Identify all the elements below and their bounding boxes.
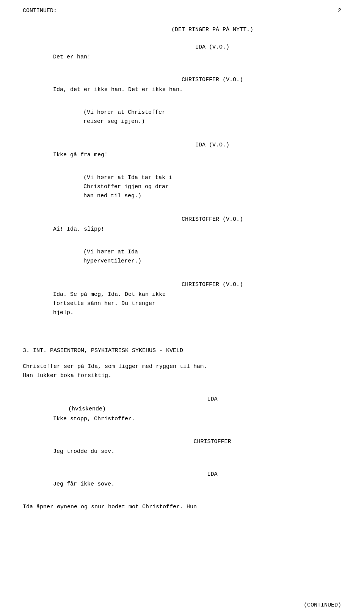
action-text-2: (Vi hører at Ida tar tak iChristoffer ig… [23, 173, 341, 201]
speaker-name-3: IDA (V.O.) [23, 141, 341, 150]
dialogue-8: Jeg får ikke sove. [23, 480, 341, 489]
action-block-4: Christoffer ser på Ida, som ligger med r… [23, 362, 341, 380]
dialogue-4: Ai! Ida, slipp! [23, 225, 341, 234]
action-block-5: Ida åpner øynene og snur hodet mot Chris… [23, 503, 341, 512]
action-centered-1: (Det ringer på på nytt.) [23, 25, 341, 35]
dialogue-2: Ida, det er ikke han. Det er ikke han. [23, 85, 341, 94]
speaker-block-4: CHRISTOFFER (V.O.) Ai! Ida, slipp! [23, 215, 341, 234]
speaker-name-4: CHRISTOFFER (V.O.) [23, 215, 341, 224]
script-content: (Det ringer på på nytt.) IDA (V.O.) Det … [23, 25, 341, 512]
speaker-block-7: CHRISTOFFER Jeg trodde du sov. [23, 437, 341, 456]
speaker-block-8: IDA Jeg får ikke sove. [23, 470, 341, 489]
speaker-block-1: IDA (V.O.) Det er han! [23, 43, 341, 62]
action-text-3: (Vi hører at Idahyperventilerer.) [23, 248, 341, 266]
parenthetical-1: (hviskende) [23, 405, 341, 414]
speaker-name-1: IDA (V.O.) [23, 43, 341, 52]
footer-continued: (CONTINUED) [304, 602, 341, 608]
speaker-name-5: CHRISTOFFER (V.O.) [23, 280, 341, 289]
dialogue-7: Jeg trodde du sov. [23, 447, 341, 456]
continued-label: CONTINUED: [23, 8, 57, 14]
speaker-name-6: IDA [23, 395, 341, 404]
speaker-block-6: IDA (hviskende) Ikke stopp, Christoffer. [23, 395, 341, 424]
action-text-4: Christoffer ser på Ida, som ligger med r… [23, 362, 341, 380]
speaker-block-5: CHRISTOFFER (V.O.) Ida. Se på meg, Ida. … [23, 280, 341, 317]
action-block-1: (Vi hører at Christofferreiser seg igjen… [23, 108, 341, 126]
action-text-5: Ida åpner øynene og snur hodet mot Chris… [23, 503, 341, 512]
page-number: 2 [338, 8, 341, 14]
speaker-block-2: CHRISTOFFER (V.O.) Ida, det er ikke han.… [23, 75, 341, 94]
action-block-2: (Vi hører at Ida tar tak iChristoffer ig… [23, 173, 341, 201]
action-block-3: (Vi hører at Idahyperventilerer.) [23, 248, 341, 266]
page-header: CONTINUED: 2 [23, 8, 341, 14]
speaker-block-3: IDA (V.O.) Ikke gå fra meg! [23, 141, 341, 160]
action-text-1: (Vi hører at Christofferreiser seg igjen… [23, 108, 341, 126]
speaker-name-2: CHRISTOFFER (V.O.) [23, 75, 341, 85]
scene-heading-3: 3. INT. PASIENTROM, PSYKIATRISK SYKEHUS … [23, 346, 341, 355]
dialogue-1: Det er han! [23, 53, 341, 62]
dialogue-5: Ida. Se på meg, Ida. Det kan ikkefortset… [23, 290, 341, 317]
screenplay-page: CONTINUED: 2 (Det ringer på på nytt.) ID… [0, 0, 364, 616]
dialogue-6: Ikke stopp, Christoffer. [23, 415, 341, 424]
dialogue-3: Ikke gå fra meg! [23, 151, 341, 160]
speaker-name-7: CHRISTOFFER [23, 437, 341, 446]
speaker-name-8: IDA [23, 470, 341, 479]
